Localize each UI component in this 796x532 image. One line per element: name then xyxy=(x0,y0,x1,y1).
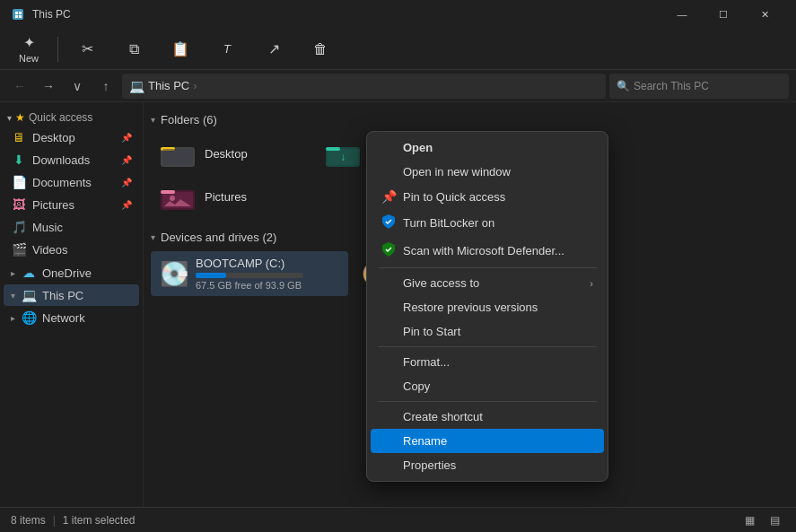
menu-item-properties[interactable]: Properties xyxy=(371,453,604,477)
svg-rect-4 xyxy=(19,15,22,18)
menu-item-rename[interactable]: Rename xyxy=(371,429,604,453)
drive-info-bootcamp: BOOTCAMP (C:) 67.5 GB free of 93.9 GB xyxy=(196,257,303,291)
menu-open-new-window-label: Open in new window xyxy=(403,165,511,179)
copy-button[interactable]: ⧉ xyxy=(112,38,155,61)
folder-icon-downloads: ↓ xyxy=(325,139,361,168)
menu-item-give-access[interactable]: Give access to › xyxy=(371,271,604,295)
menu-separator-1 xyxy=(378,267,597,268)
menu-create-shortcut-label: Create shortcut xyxy=(403,410,483,423)
maximize-button[interactable]: ☐ xyxy=(703,0,744,29)
sidebar-item-onedrive[interactable]: ▸ ☁ OneDrive xyxy=(4,262,139,283)
pin-icon-downloads: 📌 xyxy=(121,155,132,165)
back-button[interactable]: ← xyxy=(7,74,32,99)
menu-item-open-new-window[interactable]: Open in new window xyxy=(371,160,604,184)
search-icon: 🔍 xyxy=(617,80,630,92)
menu-restore-versions-label: Restore previous versions xyxy=(403,301,538,314)
pin-quick-access-icon: 📌 xyxy=(381,189,396,204)
sidebar: ▾ ★ Quick access 🖥 Desktop 📌 ⬇ Downloads… xyxy=(0,102,144,507)
onedrive-expand-icon: ▸ xyxy=(11,268,15,278)
sidebar-item-pictures[interactable]: 🖼 Pictures 📌 xyxy=(4,194,139,215)
forward-button[interactable]: → xyxy=(36,74,61,99)
folder-icon-desktop xyxy=(160,139,196,168)
svg-rect-11 xyxy=(326,147,340,151)
sidebar-item-downloads[interactable]: ⬇ Downloads 📌 xyxy=(4,149,139,170)
quick-access-header[interactable]: ▾ ★ Quick access xyxy=(0,106,143,126)
rename-button[interactable]: T xyxy=(206,39,249,59)
sidebar-item-desktop[interactable]: 🖥 Desktop 📌 xyxy=(4,126,139,148)
menu-bitlocker-label: Turn BitLocker on xyxy=(403,216,494,230)
new-button[interactable]: ✦ New xyxy=(7,31,50,67)
address-path[interactable]: 💻 This PC › xyxy=(122,74,606,99)
menu-item-bitlocker[interactable]: Turn BitLocker on xyxy=(371,209,604,237)
this-pc-icon: 💻 xyxy=(21,288,37,302)
onedrive-icon: ☁ xyxy=(21,266,37,280)
delete-button[interactable]: 🗑 xyxy=(299,38,342,61)
paste-button[interactable]: 📋 xyxy=(159,37,202,61)
submenu-chevron: › xyxy=(590,278,593,289)
drive-item-bootcamp[interactable]: 💽 BOOTCAMP (C:) 67.5 GB free of 93.9 GB xyxy=(151,251,348,296)
up-button[interactable]: ↑ xyxy=(93,74,118,99)
drive-bar-container-bootcamp xyxy=(196,273,303,278)
item-count: 8 items xyxy=(11,514,46,527)
bitlocker-shield-icon xyxy=(381,214,396,231)
menu-item-restore-versions[interactable]: Restore previous versions xyxy=(371,295,604,319)
folders-expand-icon: ▾ xyxy=(151,115,155,125)
menu-item-pin-start[interactable]: Pin to Start xyxy=(371,319,604,344)
folder-item-pictures[interactable]: Pictures xyxy=(151,177,312,216)
folders-header[interactable]: ▾ Folders (6) xyxy=(151,109,789,134)
network-expand-icon: ▸ xyxy=(11,313,15,323)
expand-nav-button[interactable]: ∨ xyxy=(65,74,90,99)
sidebar-item-documents[interactable]: 📄 Documents 📌 xyxy=(4,171,139,193)
folders-header-label: Folders (6) xyxy=(161,113,217,126)
devices-header-label: Devices and drives (2) xyxy=(161,231,276,244)
sidebar-item-this-pc[interactable]: ▾ 💻 This PC xyxy=(4,284,139,306)
rename-icon: T xyxy=(223,42,231,56)
sidebar-this-pc-label: This PC xyxy=(42,289,83,302)
path-label: This PC xyxy=(148,79,189,92)
toolbar: ✦ New ✂ ⧉ 📋 T ↗ 🗑 xyxy=(0,29,796,70)
folder-name-pictures: Pictures xyxy=(205,190,247,204)
svg-rect-3 xyxy=(15,15,18,18)
menu-separator-3 xyxy=(378,401,597,402)
list-view-button[interactable]: ▦ xyxy=(739,510,760,530)
context-menu: Open Open in new window 📌 Pin to Quick a… xyxy=(366,131,608,482)
menu-format-label: Format... xyxy=(403,355,450,369)
drive-name-bootcamp: BOOTCAMP (C:) xyxy=(196,257,303,270)
documents-icon: 📄 xyxy=(11,175,27,189)
videos-icon: 🎬 xyxy=(11,242,27,257)
share-button[interactable]: ↗ xyxy=(252,37,295,61)
sidebar-item-music[interactable]: 🎵 Music xyxy=(4,216,139,238)
svg-rect-1 xyxy=(15,12,18,14)
menu-item-format[interactable]: Format... xyxy=(371,350,604,374)
folder-name-desktop: Desktop xyxy=(205,147,248,161)
menu-item-pin-quick-access[interactable]: 📌 Pin to Quick access xyxy=(371,184,604,209)
menu-item-open[interactable]: Open xyxy=(371,135,604,160)
share-icon: ↗ xyxy=(268,40,280,57)
toolbar-separator-1 xyxy=(57,37,58,62)
svg-text:↓: ↓ xyxy=(340,151,346,163)
window-title: This PC xyxy=(32,8,71,21)
defender-icon xyxy=(381,242,396,259)
folder-item-desktop[interactable]: Desktop xyxy=(151,134,312,173)
menu-give-access-label: Give access to xyxy=(403,276,479,290)
sidebar-item-network[interactable]: ▸ 🌐 Network xyxy=(4,307,139,328)
close-button[interactable]: ✕ xyxy=(744,0,785,29)
sidebar-item-videos[interactable]: 🎬 Videos xyxy=(4,239,139,260)
menu-item-create-shortcut[interactable]: Create shortcut xyxy=(371,405,604,429)
quick-access-section: ▾ ★ Quick access 🖥 Desktop 📌 ⬇ Downloads… xyxy=(0,106,143,260)
menu-item-defender[interactable]: Scan with Microsoft Defender... xyxy=(371,237,604,265)
cut-button[interactable]: ✂ xyxy=(66,37,109,61)
path-chevron: › xyxy=(193,79,197,92)
menu-item-copy[interactable]: Copy xyxy=(371,374,604,398)
devices-expand-icon: ▾ xyxy=(151,232,155,242)
details-view-button[interactable]: ▤ xyxy=(764,510,785,530)
search-box[interactable]: 🔍 Search This PC xyxy=(609,74,789,99)
title-bar-left: This PC xyxy=(11,7,71,22)
menu-separator-2 xyxy=(378,346,597,347)
menu-copy-label: Copy xyxy=(403,379,430,393)
minimize-button[interactable]: — xyxy=(661,0,703,29)
window-icon xyxy=(11,7,25,22)
pin-icon-pictures: 📌 xyxy=(121,200,132,210)
pictures-icon: 🖼 xyxy=(11,197,27,212)
this-pc-expand-icon: ▾ xyxy=(11,291,15,301)
